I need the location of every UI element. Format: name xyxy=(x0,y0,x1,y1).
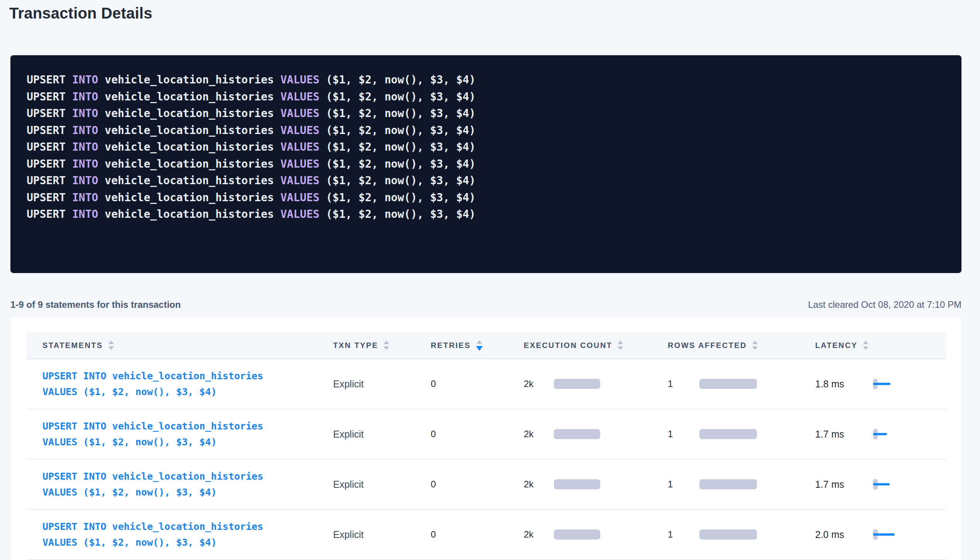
transaction-statements-code-block: UPSERT INTO vehicle_location_histories V… xyxy=(10,55,961,273)
sql-statement-line: UPSERT INTO vehicle_location_histories V… xyxy=(27,156,950,173)
rows-affected-value: 1 xyxy=(668,479,699,490)
rows-affected-cell: 1 xyxy=(656,378,799,389)
statement-cell: UPSERT INTO vehicle_location_histories V… xyxy=(27,519,320,550)
execution-count-bar xyxy=(554,479,600,489)
statement-link[interactable]: UPSERT INTO vehicle_location_histories V… xyxy=(42,519,320,550)
rows-affected-bar xyxy=(699,479,757,489)
sql-statement-line: UPSERT INTO vehicle_location_histories V… xyxy=(27,105,950,122)
latency-cell: 2.0 ms xyxy=(799,529,946,540)
sort-arrows-icon xyxy=(108,341,114,350)
latency-chart xyxy=(873,479,904,490)
execution-count-cell: 2k xyxy=(509,429,656,440)
latency-chart xyxy=(873,378,904,389)
latency-value: 1.7 ms xyxy=(815,479,873,490)
execution-count-value: 2k xyxy=(524,429,554,440)
sql-statement-line: UPSERT INTO vehicle_location_histories V… xyxy=(27,71,950,88)
execution-count-cell: 2k xyxy=(509,378,656,389)
rows-affected-bar xyxy=(699,429,757,439)
sql-statement-line: UPSERT INTO vehicle_location_histories V… xyxy=(27,122,950,139)
column-header-label: RETRIES xyxy=(431,341,471,350)
sort-arrows-icon xyxy=(752,341,758,350)
latency-cell: 1.7 ms xyxy=(799,429,946,440)
execution-count-cell: 2k xyxy=(509,479,656,490)
column-header-retries[interactable]: RETRIES xyxy=(417,340,509,351)
statement-link[interactable]: UPSERT INTO vehicle_location_histories V… xyxy=(42,468,320,500)
page-title: Transaction Details xyxy=(9,2,961,24)
column-header-label: TXN TYPE xyxy=(333,341,378,350)
execution-count-value: 2k xyxy=(524,378,554,389)
table-summary-row: 1-9 of 9 statements for this transaction… xyxy=(10,299,961,310)
txn-type-cell: Explicit xyxy=(320,529,417,540)
retries-cell: 0 xyxy=(417,529,509,540)
sort-arrows-icon xyxy=(384,341,389,350)
column-header-rows-affected[interactable]: ROWS AFFECTED xyxy=(656,341,799,350)
txn-type-cell: Explicit xyxy=(320,429,417,440)
column-header-label: LATENCY xyxy=(815,341,858,350)
statements-table-header: STATEMENTSTXN TYPERETRIESEXECUTION COUNT… xyxy=(27,332,946,359)
execution-count-bar xyxy=(554,429,600,439)
latency-cell: 1.7 ms xyxy=(799,479,946,490)
statements-table-body: UPSERT INTO vehicle_location_histories V… xyxy=(27,359,946,560)
sql-statement-line: UPSERT INTO vehicle_location_histories V… xyxy=(27,88,950,105)
retries-cell: 0 xyxy=(417,429,509,440)
sort-arrows-icon xyxy=(618,341,623,350)
statement-cell: UPSERT INTO vehicle_location_histories V… xyxy=(27,368,320,400)
sort-arrows-icon xyxy=(476,340,483,351)
rows-affected-bar xyxy=(699,529,757,540)
rows-affected-value: 1 xyxy=(668,378,699,389)
statements-table-card: STATEMENTSTXN TYPERETRIESEXECUTION COUNT… xyxy=(10,317,961,560)
rows-affected-bar xyxy=(699,379,757,389)
transaction-details-page: Transaction Details UPSERT INTO vehicle_… xyxy=(0,2,980,560)
statements-count-summary: 1-9 of 9 statements for this transaction xyxy=(10,299,181,310)
rows-affected-value: 1 xyxy=(668,529,699,540)
latency-chart xyxy=(873,529,904,540)
sort-arrows-icon xyxy=(863,341,868,350)
rows-affected-cell: 1 xyxy=(656,429,799,440)
table-row: UPSERT INTO vehicle_location_histories V… xyxy=(27,409,946,460)
table-row: UPSERT INTO vehicle_location_histories V… xyxy=(27,359,946,409)
latency-bar xyxy=(873,433,887,435)
execution-count-bar xyxy=(554,379,600,389)
column-header-latency[interactable]: LATENCY xyxy=(799,341,946,350)
sql-statement-line: UPSERT INTO vehicle_location_histories V… xyxy=(27,139,950,156)
column-header-label: STATEMENTS xyxy=(42,341,103,350)
statement-link[interactable]: UPSERT INTO vehicle_location_histories V… xyxy=(42,368,320,400)
latency-bar xyxy=(873,483,890,485)
latency-value: 2.0 ms xyxy=(815,529,873,540)
sql-statement-line: UPSERT INTO vehicle_location_histories V… xyxy=(27,189,950,206)
execution-count-bar xyxy=(554,529,600,540)
sql-statement-line: UPSERT INTO vehicle_location_histories V… xyxy=(27,172,950,189)
column-header-label: EXECUTION COUNT xyxy=(524,341,612,350)
latency-bar xyxy=(873,533,895,536)
rows-affected-value: 1 xyxy=(668,429,699,440)
sql-statement-line: UPSERT INTO vehicle_location_histories V… xyxy=(27,206,950,223)
latency-bar xyxy=(873,383,890,385)
execution-count-value: 2k xyxy=(524,479,554,490)
txn-type-cell: Explicit xyxy=(320,479,417,490)
latency-cell: 1.8 ms xyxy=(799,378,946,390)
execution-count-cell: 2k xyxy=(509,529,656,540)
table-row: UPSERT INTO vehicle_location_histories V… xyxy=(27,510,946,560)
latency-chart xyxy=(873,429,904,440)
retries-cell: 0 xyxy=(417,378,509,389)
statement-cell: UPSERT INTO vehicle_location_histories V… xyxy=(27,418,320,450)
rows-affected-cell: 1 xyxy=(656,479,799,490)
statement-link[interactable]: UPSERT INTO vehicle_location_histories V… xyxy=(42,418,320,450)
txn-type-cell: Explicit xyxy=(320,378,417,390)
column-header-label: ROWS AFFECTED xyxy=(668,341,747,350)
execution-count-value: 2k xyxy=(524,529,554,540)
rows-affected-cell: 1 xyxy=(656,529,799,540)
retries-cell: 0 xyxy=(417,479,509,490)
latency-value: 1.8 ms xyxy=(815,378,873,390)
table-row: UPSERT INTO vehicle_location_histories V… xyxy=(27,460,946,510)
column-header-statements[interactable]: STATEMENTS xyxy=(27,341,320,350)
latency-value: 1.7 ms xyxy=(815,429,873,440)
column-header-execution-count[interactable]: EXECUTION COUNT xyxy=(509,341,656,350)
last-cleared-timestamp: Last cleared Oct 08, 2020 at 7:10 PM xyxy=(808,299,961,310)
statement-cell: UPSERT INTO vehicle_location_histories V… xyxy=(27,468,320,500)
column-header-txn-type[interactable]: TXN TYPE xyxy=(320,341,417,350)
